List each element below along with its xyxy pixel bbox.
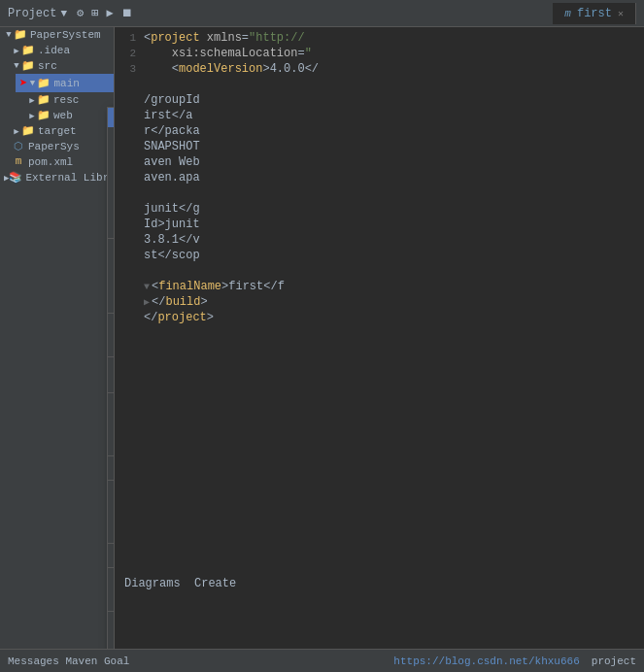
separator-3 <box>108 356 115 357</box>
menu-item-build-module[interactable]: Build Module 'PaperSystem' <box>108 458 115 478</box>
menu-item-copy[interactable]: 📋 Copy Ctrl+C <box>108 147 115 166</box>
tab-label: first <box>577 7 612 20</box>
tree-label: .idea <box>38 45 70 56</box>
toolbar-icons: ⚙ ⊞ ▶ ⏹ <box>75 4 135 22</box>
line-content: ▶</build> <box>144 295 208 309</box>
editor-line-groupid: /groupId <box>115 93 644 109</box>
line-content: ▼<finalName>first</f <box>144 280 285 293</box>
stop-icon[interactable]: ⏹ <box>119 4 135 22</box>
editor-line-finalname: ▼<finalName>first</f <box>115 280 644 295</box>
tree-label: pom.xml <box>28 156 73 168</box>
lib-icon: 📚 <box>9 171 22 185</box>
folder-icon: 📁 <box>21 124 35 138</box>
menu-item-delete[interactable]: Delete... Delete <box>108 434 115 454</box>
editor-line-build: ▶</build> <box>115 295 644 311</box>
editor-line-scop: st</scop <box>115 249 644 264</box>
tree-item-src[interactable]: ▼ 📁 src <box>8 58 114 74</box>
tree-item-idea[interactable]: ▶ 📁 .idea <box>8 43 114 58</box>
menu-item-reformat[interactable]: Reformat Code Ctrl+Alt+L <box>108 395 115 415</box>
editor-line-blank <box>115 78 644 93</box>
menu-item-replace-in-path[interactable]: Replace in Path... Ctrl+Shift+R <box>108 280 115 311</box>
module-icon: ⬡ <box>12 140 25 153</box>
xml-icon: m <box>12 155 25 169</box>
expand-arrow: ▶ <box>12 46 21 56</box>
line-content: SNAPSHOT <box>144 140 200 153</box>
project-dropdown-arrow[interactable]: ▼ <box>60 8 67 19</box>
menu-item-copy-relative[interactable]: Copy Relative Path Ctrl+Alt+Shift+C <box>108 185 115 217</box>
editor-line-blank2 <box>115 186 644 202</box>
run-icon[interactable]: ▶ <box>105 4 116 22</box>
menu-item-refactor[interactable]: Refactor ▶ <box>108 335 115 354</box>
tree-item-pomxml[interactable]: m pom.xml <box>8 154 114 170</box>
menu-item-diagrams[interactable]: ⬛ Diagrams ▶ <box>108 614 115 633</box>
main-layout: ▼ 📁 PaperSystem ▶ 📁 .idea ▼ 📁 src ➤ ▼ 📁 … <box>0 27 644 649</box>
line-content <box>144 264 151 278</box>
grid-icon[interactable]: ⊞ <box>89 4 100 22</box>
tree-item-papersys[interactable]: ⬡ PaperSys <box>8 139 114 154</box>
blog-link[interactable]: https://blog.csdn.net/khxu666 <box>393 655 579 667</box>
line-number: 1 <box>115 32 144 44</box>
menu-item-create-gist[interactable]: Create Gist... <box>108 633 115 649</box>
line-content: xsi:schemaLocation=" <box>144 47 312 60</box>
tree-label: main <box>53 78 79 89</box>
folder-icon: 📁 <box>37 93 51 107</box>
status-url: https://blog.csdn.net/khxu666 <box>393 655 579 667</box>
menu-item-paste[interactable]: 📄 Paste Ctrl+V <box>108 217 115 236</box>
tree-item-papersystem[interactable]: ▼ 📁 PaperSystem <box>0 27 114 43</box>
expand-arrow: ▶ <box>12 126 21 137</box>
folder-icon: 📁 <box>37 77 51 90</box>
menu-item-synchronize[interactable]: 🔄 Synchronize 'main' <box>108 502 115 521</box>
expand-arrow: ▶ <box>27 111 37 121</box>
menu-item-image-thumbnails[interactable]: Show Image Thumbnails Ctrl+Shift+T <box>108 359 115 390</box>
gear-icon[interactable]: ⚙ <box>75 4 85 22</box>
editor-line-junit-g: junit</g <box>115 202 644 218</box>
folder-icon: 📁 <box>21 59 35 73</box>
expand-arrow: ▼ <box>4 30 14 40</box>
tree-item-external-libs[interactable]: ▶ 📚 External Libra <box>0 170 114 185</box>
menu-item-find-usages[interactable]: Find Usages Alt+F7 <box>108 241 115 260</box>
menu-item-cut[interactable]: ✂ Cut Ctrl+X <box>108 127 115 147</box>
menu-item-compare-with[interactable]: 🔄 Compare With... Ctrl+D <box>108 570 115 589</box>
tab-area: m first ✕ <box>553 3 636 24</box>
line-content: </project> <box>144 311 214 324</box>
diagrams-create-label: Diagrams Create <box>124 577 236 590</box>
line-content: Id>junit <box>144 218 200 231</box>
folder-icon: 📁 <box>37 109 51 122</box>
tree-item-resc[interactable]: ▶ 📁 resc <box>23 92 114 108</box>
tab-icon: m <box>564 8 571 19</box>
menu-item-copy-path[interactable]: Copy Path Ctrl+Shift+C <box>108 166 115 185</box>
separator-6 <box>108 480 115 481</box>
menu-item-show-explorer[interactable]: Show in Explorer <box>108 521 115 541</box>
menu-item-analyze[interactable]: Analyze ▶ <box>108 316 115 335</box>
separator-8 <box>108 567 115 568</box>
red-arrow-icon: ➤ <box>19 75 27 91</box>
editor-line-aven-web: aven Web <box>115 155 644 171</box>
tree-item-web[interactable]: ▶ 📁 web <box>23 108 114 123</box>
line-content: r</packa <box>144 124 200 138</box>
expand-arrow: ▶ <box>27 95 37 106</box>
tree-item-target[interactable]: ▶ 📁 target <box>8 123 114 139</box>
folder-icon: 📁 <box>14 28 27 42</box>
menu-item-mark-directory[interactable]: Mark Directory as ▶ <box>108 589 115 609</box>
menu-item-find-in-path[interactable]: Find in Path... Ctrl+Shift+F <box>108 260 115 280</box>
menu-item-directory-path[interactable]: Directory Path Ctrl+Alt+F12 <box>108 546 115 565</box>
separator-5 <box>108 455 115 456</box>
menu-item-optimize[interactable]: Optimize Imports Ctrl+Alt+O <box>108 415 115 434</box>
tree-label: target <box>38 125 77 137</box>
line-content <box>144 186 151 200</box>
separator-7 <box>108 543 115 544</box>
line-content: <modelVersion>4.0.0</ <box>144 62 319 76</box>
line-content: aven Web <box>144 155 200 169</box>
separator-2 <box>108 313 115 314</box>
editor-line-2: 2 xsi:schemaLocation=" <box>115 47 644 62</box>
line-content: 3.8.1</v <box>144 233 200 247</box>
menu-item-local-history[interactable]: Local History ▶ <box>108 483 115 502</box>
tab-first[interactable]: m first ✕ <box>553 3 636 24</box>
tab-close-icon[interactable]: ✕ <box>618 8 624 19</box>
line-content: <project xmlns="http:// <box>144 31 305 45</box>
separator-9 <box>108 611 115 612</box>
editor-line-aven-apa: aven.apa <box>115 171 644 186</box>
tree-label: PaperSys <box>28 141 80 152</box>
editor-line-1: 1 <project xmlns="http:// <box>115 31 644 47</box>
tree-item-main[interactable]: ➤ ▼ 📁 main <box>16 74 114 92</box>
